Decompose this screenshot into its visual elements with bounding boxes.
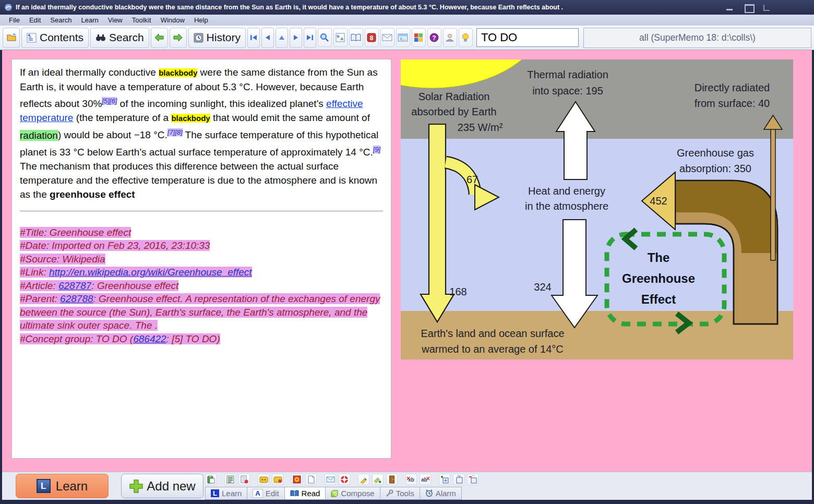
forward-button[interactable] xyxy=(170,28,187,48)
metadata-line: #Link: http://en.wikipedia.org/wiki/Gree… xyxy=(20,266,383,279)
comment-icon xyxy=(259,476,268,483)
search-button[interactable]: Search xyxy=(90,28,149,48)
comment-button[interactable] xyxy=(258,474,269,485)
history-button[interactable]: History xyxy=(188,28,246,48)
text-segment: greenhouse effect xyxy=(50,189,135,200)
add-task-icon xyxy=(440,475,449,484)
dictionary-book-icon xyxy=(351,33,361,42)
help-lifebuoy-button[interactable] xyxy=(339,474,350,485)
menu-bar: File Edit Search Learn View Toolkit Wind… xyxy=(0,15,814,26)
next-element-button[interactable] xyxy=(290,28,302,48)
magnifier-icon xyxy=(320,33,329,42)
ghe-title-3: Effect xyxy=(641,292,676,306)
first-element-button[interactable] xyxy=(247,28,260,48)
flux-67: 67 xyxy=(466,174,478,185)
delete-after-cursor-button[interactable]: ab xyxy=(420,474,431,485)
tab-alarm[interactable]: Alarm xyxy=(420,487,462,500)
highlighter-icon xyxy=(360,475,368,484)
minimize-button[interactable] xyxy=(724,3,736,11)
text-segment: If an ideal thermally conductive xyxy=(20,67,159,78)
translate-button[interactable]: b a xyxy=(333,28,348,47)
email-icon xyxy=(326,476,335,483)
task-button[interactable] xyxy=(453,474,464,485)
direct-radiation-shaft xyxy=(771,128,775,260)
menu-view[interactable]: View xyxy=(103,15,127,25)
last-element-button[interactable] xyxy=(304,28,316,48)
text-segment: 628787 xyxy=(58,280,91,291)
search-label: Search xyxy=(109,31,144,44)
text-segment: blackbody xyxy=(159,68,197,77)
ghe-title-1: The xyxy=(648,250,670,265)
heat-label-1: Heat and energy xyxy=(528,185,605,197)
article-panel[interactable]: If an ideal thermally conductive blackbo… xyxy=(11,59,391,459)
text-segment: [7][8] xyxy=(167,128,183,136)
text-segment: [9] xyxy=(373,146,380,153)
help-button[interactable]: ? xyxy=(427,28,441,47)
metadata-line: #Parent: 628788: Greenhouse effect. A re… xyxy=(20,292,383,332)
greenhouse-diagram: Solar Radiation absorbed by Earth 235 W/… xyxy=(401,59,793,359)
tab-edit[interactable]: A Edit xyxy=(247,487,284,500)
add-new-button[interactable]: Add new xyxy=(121,474,204,498)
menu-learn[interactable]: Learn xyxy=(77,15,103,25)
flux-324: 324 xyxy=(534,281,551,293)
user-icon xyxy=(445,33,454,42)
user-button[interactable] xyxy=(443,28,457,47)
text-segment: #Source: Wikipedia xyxy=(20,254,105,265)
open-collection-button[interactable] xyxy=(3,28,20,48)
email-element-button[interactable] xyxy=(325,474,336,485)
contents-button[interactable]: Contents xyxy=(21,28,89,48)
close-button[interactable] xyxy=(762,3,773,11)
paste-button[interactable] xyxy=(205,474,217,485)
article-metadata: #Title: Greenhouse effect#Date: Imported… xyxy=(20,226,383,346)
text-segment: http://en.wikipedia.org/wiki/Greenhouse_… xyxy=(49,267,252,278)
text-segment: [5][6] xyxy=(102,97,117,105)
open-folder-icon xyxy=(6,32,17,43)
menu-edit[interactable]: Edit xyxy=(25,15,45,25)
add-highlight-button[interactable] xyxy=(372,474,384,485)
flux-452: 452 xyxy=(650,195,667,207)
learn-tab-icon: L xyxy=(211,489,219,497)
task-icon xyxy=(454,475,463,484)
remove-task-icon xyxy=(469,475,477,484)
tab-read[interactable]: Read xyxy=(284,487,326,500)
window-title: If an ideal thermally conductive blackbo… xyxy=(16,4,724,11)
delete-after-icon: ab xyxy=(421,476,430,483)
processing-button[interactable] xyxy=(291,474,303,485)
menu-window[interactable]: Window xyxy=(156,15,189,25)
window-layout-button[interactable] xyxy=(412,28,426,47)
add-task-button[interactable] xyxy=(439,474,450,485)
concept-group-input[interactable] xyxy=(476,28,579,47)
email-button[interactable] xyxy=(380,28,394,47)
menu-help[interactable]: Help xyxy=(189,15,213,25)
menu-file[interactable]: File xyxy=(4,15,25,25)
plus-icon xyxy=(129,479,143,494)
previous-element-button[interactable] xyxy=(261,28,274,48)
new-document-button[interactable] xyxy=(305,474,317,485)
highlighter-button[interactable] xyxy=(358,474,369,485)
back-button[interactable] xyxy=(151,28,168,48)
learn-button[interactable]: L Learn xyxy=(16,474,109,498)
find-elements-button[interactable] xyxy=(318,28,332,47)
copy-document-button[interactable] xyxy=(238,474,250,485)
tab-tools[interactable]: Tools xyxy=(380,487,420,500)
tab-learn[interactable]: L Learn xyxy=(205,487,247,500)
report-button[interactable] xyxy=(224,474,236,485)
template-button[interactable] xyxy=(386,474,398,485)
tip-button[interactable] xyxy=(459,28,473,47)
maximize-button[interactable] xyxy=(743,3,755,11)
parent-element-button[interactable] xyxy=(276,28,288,48)
translate-glyph: b xyxy=(337,34,340,39)
heat-label-2: in the atmosphere xyxy=(525,200,608,212)
dictionary-button[interactable] xyxy=(349,28,363,47)
delete-before-cursor-button[interactable]: xb xyxy=(405,474,417,485)
tab-compose[interactable]: Compose xyxy=(325,487,379,500)
menu-toolkit[interactable]: Toolkit xyxy=(127,15,156,25)
remove-task-button[interactable] xyxy=(467,474,478,485)
delete-comment-button[interactable] xyxy=(272,474,283,485)
direct-label-2: from surface: 40 xyxy=(695,98,770,109)
menu-search[interactable]: Search xyxy=(45,15,76,25)
ghg-label-1: Greenhouse gas xyxy=(677,147,754,159)
google-search-button[interactable]: 8 xyxy=(365,28,379,47)
up-icon xyxy=(279,35,285,40)
rename-button[interactable]: I... xyxy=(396,28,410,47)
